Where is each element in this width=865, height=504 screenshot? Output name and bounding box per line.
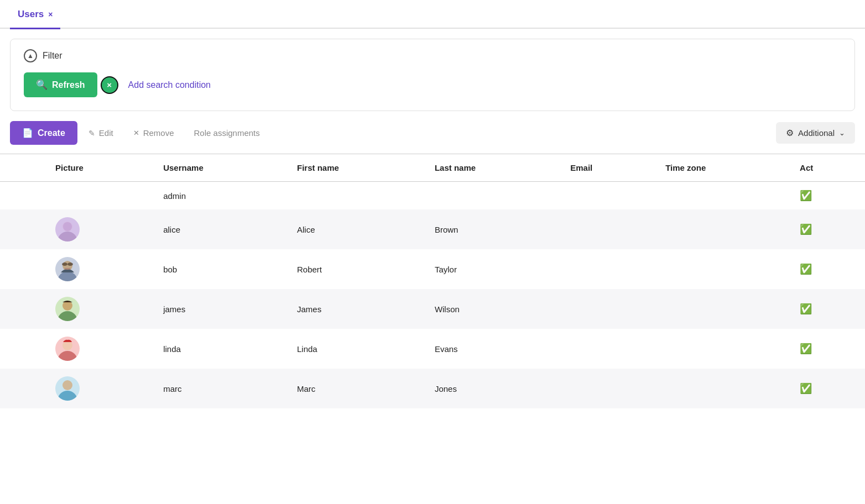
row-email xyxy=(559,329,654,369)
row-lastname: Wilson xyxy=(424,289,559,329)
svg-point-2 xyxy=(63,222,72,231)
create-label: Create xyxy=(38,128,65,138)
active-check-icon: ✅ xyxy=(800,343,812,354)
row-timezone xyxy=(654,249,789,289)
row-checkbox-cell xyxy=(0,369,44,408)
edit-label: Edit xyxy=(99,128,113,138)
col-header-picture-label: Picture xyxy=(44,154,152,182)
row-lastname: Taylor xyxy=(424,249,559,289)
filter-actions: 🔍 Refresh × Add search condition xyxy=(24,72,841,97)
avatar xyxy=(55,257,80,281)
tab-users-label: Users xyxy=(18,9,44,20)
row-timezone xyxy=(654,289,789,329)
row-checkbox-cell xyxy=(0,329,44,369)
row-active: ✅ xyxy=(789,182,865,210)
col-header-timezone: Time zone xyxy=(654,154,789,182)
row-avatar-cell xyxy=(44,369,152,408)
svg-point-5 xyxy=(62,262,67,266)
row-timezone xyxy=(654,369,789,408)
row-active: ✅ xyxy=(789,369,865,408)
role-assignments-label: Role assignments xyxy=(194,128,260,138)
svg-point-12 xyxy=(62,380,72,390)
row-timezone xyxy=(654,329,789,369)
toolbar: 📄 Create ✎ Edit ✕ Remove Role assignment… xyxy=(0,111,865,145)
row-firstname: Alice xyxy=(286,209,424,249)
avatar xyxy=(55,217,80,242)
active-check-icon: ✅ xyxy=(800,190,812,201)
row-active: ✅ xyxy=(789,209,865,249)
row-avatar-cell xyxy=(44,289,152,329)
remove-label: Remove xyxy=(143,128,174,138)
avatar xyxy=(55,337,80,361)
svg-point-7 xyxy=(58,311,77,321)
row-username: admin xyxy=(152,182,286,210)
row-checkbox-cell xyxy=(0,182,44,210)
row-avatar-cell xyxy=(44,182,152,210)
users-table: Picture Username First name Last name Em… xyxy=(0,154,865,408)
create-button[interactable]: 📄 Create xyxy=(10,121,77,145)
row-email xyxy=(559,289,654,329)
row-checkbox-cell xyxy=(0,249,44,289)
row-lastname: Jones xyxy=(424,369,559,408)
chevron-down-icon: ⌄ xyxy=(839,129,845,137)
svg-point-3 xyxy=(58,271,77,281)
filter-card: ▲ Filter 🔍 Refresh × Add search conditio… xyxy=(10,39,855,111)
role-assignments-button[interactable]: Role assignments xyxy=(185,123,269,143)
row-active: ✅ xyxy=(789,249,865,289)
table-row[interactable]: admin✅ xyxy=(0,182,865,210)
svg-point-9 xyxy=(58,351,77,361)
row-checkbox-cell xyxy=(0,209,44,249)
row-username: marc xyxy=(152,369,286,408)
row-username: bob xyxy=(152,249,286,289)
table-row[interactable]: lindaLindaEvans✅ xyxy=(0,329,865,369)
row-active: ✅ xyxy=(789,289,865,329)
active-check-icon: ✅ xyxy=(800,224,812,235)
row-email xyxy=(559,369,654,408)
row-lastname xyxy=(424,182,559,210)
col-header-active: Act xyxy=(789,154,865,182)
row-email xyxy=(559,249,654,289)
active-check-icon: ✅ xyxy=(800,264,812,275)
avatar xyxy=(55,297,80,321)
row-avatar-cell xyxy=(44,329,152,369)
users-table-wrap: Picture Username First name Last name Em… xyxy=(0,154,865,408)
row-avatar-cell xyxy=(44,209,152,249)
row-checkbox-cell xyxy=(0,289,44,329)
row-lastname: Evans xyxy=(424,329,559,369)
add-search-condition-link[interactable]: Add search condition xyxy=(128,80,211,90)
row-username: james xyxy=(152,289,286,329)
row-email xyxy=(559,182,654,210)
active-check-icon: ✅ xyxy=(800,303,812,314)
row-lastname: Brown xyxy=(424,209,559,249)
additional-button[interactable]: ⚙ Additional ⌄ xyxy=(776,122,855,144)
remove-button[interactable]: ✕ Remove xyxy=(124,123,183,143)
close-icon: × xyxy=(107,80,112,90)
table-row[interactable]: marcMarcJones✅ xyxy=(0,369,865,408)
col-header-email: Email xyxy=(559,154,654,182)
row-timezone xyxy=(654,182,789,210)
col-header-username: Username xyxy=(152,154,286,182)
edit-button[interactable]: ✎ Edit xyxy=(80,123,122,143)
svg-point-0 xyxy=(58,232,77,242)
search-icon: 🔍 xyxy=(36,79,48,91)
col-header-picture xyxy=(0,154,44,182)
gear-icon: ⚙ xyxy=(786,128,794,138)
row-username: alice xyxy=(152,209,286,249)
refresh-button[interactable]: 🔍 Refresh xyxy=(24,72,97,97)
table-row[interactable]: bobRobertTaylor✅ xyxy=(0,249,865,289)
pencil-icon: ✎ xyxy=(88,129,95,138)
row-timezone xyxy=(654,209,789,249)
row-firstname: Marc xyxy=(286,369,424,408)
table-row[interactable]: aliceAliceBrown✅ xyxy=(0,209,865,249)
table-row[interactable]: jamesJamesWilson✅ xyxy=(0,289,865,329)
filter-toggle-icon[interactable]: ▲ xyxy=(24,49,37,62)
table-header-row: Picture Username First name Last name Em… xyxy=(0,154,865,182)
tab-users[interactable]: Users × xyxy=(10,1,60,29)
tab-bar: Users × xyxy=(0,0,865,29)
refresh-close-circle[interactable]: × xyxy=(101,76,118,94)
row-email xyxy=(559,209,654,249)
tab-close-icon[interactable]: × xyxy=(48,11,53,18)
filter-label: Filter xyxy=(43,51,62,61)
row-firstname xyxy=(286,182,424,210)
col-header-firstname: First name xyxy=(286,154,424,182)
